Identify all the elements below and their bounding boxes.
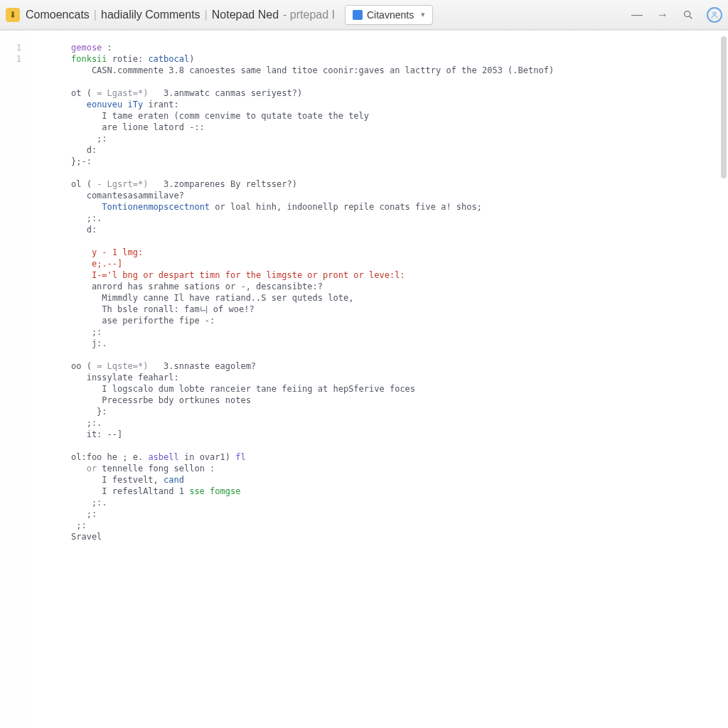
svg-point-0 [685,11,690,16]
svg-point-2 [713,12,716,15]
line-number-gutter: 1 1 [0,31,28,728]
view-dropdown-icon [353,10,363,20]
editor-area: 1 1 gemose :fonksii rotie: catbocal) CAS… [0,30,728,728]
search-button[interactable] [681,8,695,22]
code-line: Mimmdly canne Il have ratiand..S ser qut… [71,292,728,304]
line-number: 1 [0,42,21,53]
code-line: y - 1 lmg: [71,247,728,258]
breadcrumb: Comoencats | hadialily Comments | Notepa… [26,9,335,21]
code-line: d: [71,224,728,235]
code-line: I refeslAltand 1 sse fomgse [71,486,728,497]
code-line: inssylate feaharl: [71,372,728,383]
app-icon: ⬇ [6,8,20,22]
search-icon [682,9,694,21]
minimize-button[interactable]: — [630,8,644,22]
line-number: 1 [0,53,21,65]
code-line: I-='l bng or despart timn for the limgst… [71,269,728,281]
code-line: are lione latord -:: [71,122,728,133]
svg-line-1 [690,16,692,18]
code-line: e;.--] [71,258,728,269]
code-line: };-: [71,156,728,167]
code-line: }: [71,406,728,417]
code-line: ;:. [71,213,728,224]
code-line: ;: [71,133,728,144]
code-line: ol ( - Lgsrt=*) 3.zomparenes By reltsser… [71,178,728,190]
code-line: CASN.commmente 3.8 canoestes same land t… [71,65,728,76]
code-line: ;: [71,326,728,338]
code-line: ;:. [71,417,728,429]
vertical-scrollbar[interactable] [721,36,727,178]
code-line: ase periforthe fipe -: [71,315,728,326]
view-dropdown-label: Citavnents [367,9,414,21]
code-line: eonuveu iTy irant: [71,99,728,110]
code-line: Tontionenmopscectnont or loal hinh, indo… [71,201,728,213]
code-line: anrord has srahme sations or -, descansi… [71,281,728,292]
breadcrumb-item-3[interactable]: Notepad Ned [212,9,279,21]
code-line: fonksii rotie: catbocal) [71,53,728,65]
titlebar: ⬇ Comoencats | hadialily Comments | Note… [0,0,728,30]
app-window: ⬇ Comoencats | hadialily Comments | Note… [0,0,728,728]
code-line: Th bsle ronall: fam니 of woe!? [71,304,728,315]
code-line: Precessrbe bdy ortkunes notes [71,395,728,406]
user-avatar[interactable] [707,7,722,23]
chevron-down-icon: ▾ [421,10,425,19]
code-line: ;: [71,508,728,520]
titlebar-actions: — → [630,7,722,23]
code-line: Sravel [71,531,728,542]
code-line [71,440,728,451]
code-line: ol:foo he ; e. asbell in ovar1) fl [71,451,728,463]
code-line: gemose : [71,42,728,53]
code-line: I festvelt, cand [71,474,728,486]
code-line: it: --] [71,429,728,440]
forward-button[interactable]: → [655,8,670,22]
code-line: I tame eraten (comm cenvime to qutate to… [71,110,728,122]
code-line: ;: [71,520,728,531]
code-line: ot ( = Lgast=*) 3.anmwatc canmas seriyes… [71,87,728,99]
code-line: d: [71,144,728,156]
breadcrumb-separator: | [94,9,97,21]
code-line [71,167,728,178]
breadcrumb-suffix: - prtepad I [283,9,335,21]
code-line [71,76,728,87]
code-line: oo ( = Lqste=*) 3.snnaste eagolem? [71,360,728,372]
code-line: ;:. [71,497,728,508]
code-line [71,235,728,247]
code-line: comantesasammilave? [71,190,728,201]
breadcrumb-separator: | [205,9,208,21]
code-line: I logscalo dum lobte ranceier tane feiin… [71,383,728,395]
breadcrumb-item-2[interactable]: hadialily Comments [101,9,200,21]
view-dropdown[interactable]: Citavnents ▾ [345,5,433,25]
code-line [71,349,728,360]
breadcrumb-item-1[interactable]: Comoencats [26,9,90,21]
user-icon [710,11,719,19]
code-line: or tennelle fong sellon : [71,463,728,474]
code-editor[interactable]: gemose :fonksii rotie: catbocal) CASN.co… [28,31,728,728]
code-line: j:. [71,338,728,349]
